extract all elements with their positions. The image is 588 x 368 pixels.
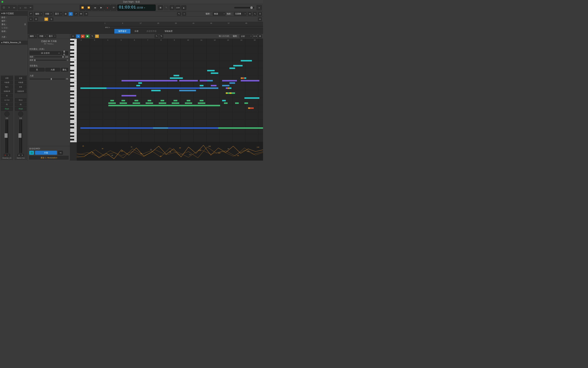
midi-note[interactable] xyxy=(110,100,114,101)
mixer-button[interactable]: ⎍⎍ xyxy=(23,5,28,10)
count-in-button[interactable]: 1234 xyxy=(175,5,180,10)
zoom-v-icon[interactable]: ⇕ xyxy=(258,12,262,16)
midi-note[interactable] xyxy=(174,100,177,101)
stop-button[interactable]: ⏮ xyxy=(92,5,98,11)
marquee-tool[interactable]: ＋ xyxy=(182,12,186,16)
hide-button[interactable]: H xyxy=(44,17,48,21)
marker-lane[interactable]: 标记 1 xyxy=(105,26,263,29)
snap-select[interactable]: 1/32 xyxy=(240,34,253,38)
midi-note[interactable] xyxy=(224,102,228,104)
midi-note[interactable] xyxy=(207,87,218,89)
midi-note[interactable] xyxy=(200,100,203,101)
waveform-zoom-icon[interactable]: ∿ xyxy=(253,12,257,16)
list-icon[interactable]: ≡ xyxy=(69,12,73,16)
midi-note[interactable] xyxy=(233,65,243,66)
snap-select[interactable]: 敏捷 xyxy=(213,12,226,16)
quantize-value-select[interactable]: 16 分音符◇ xyxy=(30,51,61,55)
rewind-button[interactable]: ⏪ xyxy=(80,5,86,11)
quantize-value[interactable]: 关 xyxy=(24,23,26,26)
midi-thru-icon[interactable]: ◉ xyxy=(86,34,89,38)
midi-note[interactable] xyxy=(241,60,252,62)
marker-1[interactable]: 标记 1 xyxy=(105,26,110,29)
replace-mode-button[interactable]: ⊠ xyxy=(158,5,163,10)
midi-note[interactable] xyxy=(222,80,237,81)
midi-note[interactable] xyxy=(222,85,230,86)
slot-send[interactable]: 送 xyxy=(1,94,13,98)
automation-lane[interactable]: 2814162930316623354560113125106102878110… xyxy=(77,142,263,161)
midi-note[interactable] xyxy=(162,102,166,104)
fader[interactable] xyxy=(6,120,8,153)
slot-eq[interactable]: 均衡器 xyxy=(15,81,26,84)
midi-note[interactable] xyxy=(244,97,259,99)
slot-audiofx[interactable]: 音频效果 xyxy=(1,89,13,93)
midi-note[interactable] xyxy=(250,107,254,109)
midi-note[interactable] xyxy=(218,127,263,129)
inspector-header[interactable]: ▾ 66 个已选定 xyxy=(0,11,27,16)
metronome-button[interactable]: ▲ xyxy=(181,5,186,10)
help-button[interactable]: ? xyxy=(6,5,11,10)
loop-icon[interactable]: ⇥ xyxy=(84,12,88,16)
midi-note[interactable] xyxy=(179,80,198,81)
midi-note[interactable] xyxy=(112,102,116,104)
collapse-icon[interactable]: ⇤ xyxy=(71,34,75,38)
back-button[interactable]: ↶ xyxy=(29,12,33,16)
tab-piano-roll[interactable]: 钢琴卷帘 xyxy=(114,29,131,34)
midi-note[interactable] xyxy=(129,95,136,96)
midi-note[interactable] xyxy=(151,90,161,91)
input-monitor[interactable]: I xyxy=(7,154,10,156)
midi-note[interactable] xyxy=(120,102,123,104)
midi-note[interactable] xyxy=(123,102,127,104)
track-header[interactable]: ▸ PMEN_Reverse_23 xyxy=(0,41,27,45)
automation-cycle-button[interactable]: ↪ xyxy=(58,151,63,155)
slot-eq[interactable]: 均衡器 xyxy=(1,81,13,84)
cycle-button[interactable]: ⟳ xyxy=(111,5,116,11)
flex-icon[interactable]: ⋈ xyxy=(79,12,83,16)
forward-button[interactable]: ⏩ xyxy=(86,5,92,11)
smart-controls-button[interactable]: ☼ xyxy=(18,5,23,10)
midi-note[interactable] xyxy=(187,100,190,101)
midi-note[interactable] xyxy=(189,102,192,104)
automation-mode-chip[interactable]: 片段 xyxy=(35,151,57,155)
view-menu[interactable]: 显示 xyxy=(54,12,62,16)
piano-keyboard[interactable]: C5C4C3C2C1 xyxy=(70,39,77,142)
pan-knob[interactable] xyxy=(4,111,9,117)
scale-quantize-button[interactable]: 量化 xyxy=(61,68,68,72)
midi-note[interactable] xyxy=(172,102,175,104)
catch-playhead-button[interactable]: ▭ xyxy=(258,17,262,21)
midi-note[interactable] xyxy=(200,87,207,89)
midi-note[interactable] xyxy=(133,102,136,104)
midi-note[interactable] xyxy=(229,82,235,84)
midi-note[interactable] xyxy=(235,102,239,104)
midi-note[interactable] xyxy=(108,102,112,104)
midi-note[interactable] xyxy=(228,87,229,89)
midi-note[interactable] xyxy=(207,80,213,81)
catch-playhead-icon[interactable]: ⇤⇥ xyxy=(253,34,257,38)
scale-type-select[interactable]: 大调 xyxy=(45,68,60,72)
slot-stereo[interactable]: ⊕⊕ xyxy=(15,85,26,89)
midi-note[interactable] xyxy=(211,73,218,74)
midi-note[interactable] xyxy=(202,102,205,104)
midi-note[interactable] xyxy=(136,102,140,104)
midi-note[interactable] xyxy=(108,105,220,106)
automation-channel-select[interactable]: 通道 1: Modulation xyxy=(29,156,69,159)
midi-note[interactable] xyxy=(122,80,140,81)
swing-slider[interactable] xyxy=(34,60,66,61)
pan-knob[interactable] xyxy=(18,111,23,117)
drag-select[interactable]: 无重叠 xyxy=(234,12,246,16)
functions-menu[interactable]: 功能 xyxy=(44,12,53,16)
strength-slider[interactable] xyxy=(34,56,64,57)
slot-settings[interactable]: 设置 xyxy=(1,76,13,80)
zoom-h-icon[interactable]: ⇔ xyxy=(248,12,252,16)
slot-output[interactable]: eo Out xyxy=(1,98,13,102)
slot-bounce[interactable]: Bnce xyxy=(15,98,26,102)
solo-button[interactable]: S xyxy=(21,154,24,156)
midi-note[interactable] xyxy=(244,77,246,79)
midi-note[interactable] xyxy=(185,102,189,104)
pointer-tool[interactable]: ↖ xyxy=(177,12,181,16)
slot-audiofx[interactable]: 音频效果 xyxy=(15,89,26,93)
tab-score[interactable]: 乐谱 xyxy=(131,29,142,34)
slot-group[interactable]: 组 xyxy=(1,103,13,106)
automation-icon[interactable]: ↗ xyxy=(74,12,78,16)
midi-note[interactable] xyxy=(231,92,235,94)
pencil-tool[interactable]: ✎ xyxy=(159,34,163,38)
